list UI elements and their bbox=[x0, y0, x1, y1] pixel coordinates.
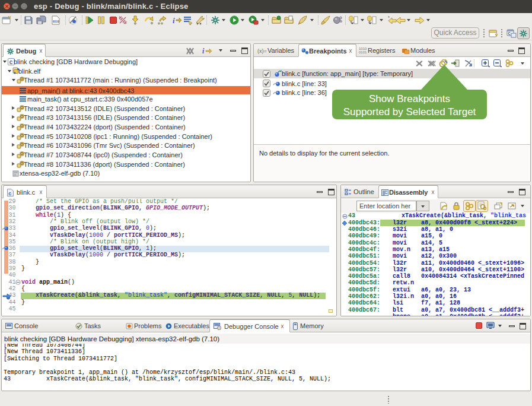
svg-text:010: 010 bbox=[53, 20, 59, 24]
svg-text:i: i bbox=[173, 16, 175, 25]
svg-text:C: C bbox=[508, 31, 511, 36]
svg-text:c: c bbox=[8, 191, 11, 197]
svg-text:c: c bbox=[9, 59, 13, 65]
svg-text:i: i bbox=[202, 47, 205, 55]
